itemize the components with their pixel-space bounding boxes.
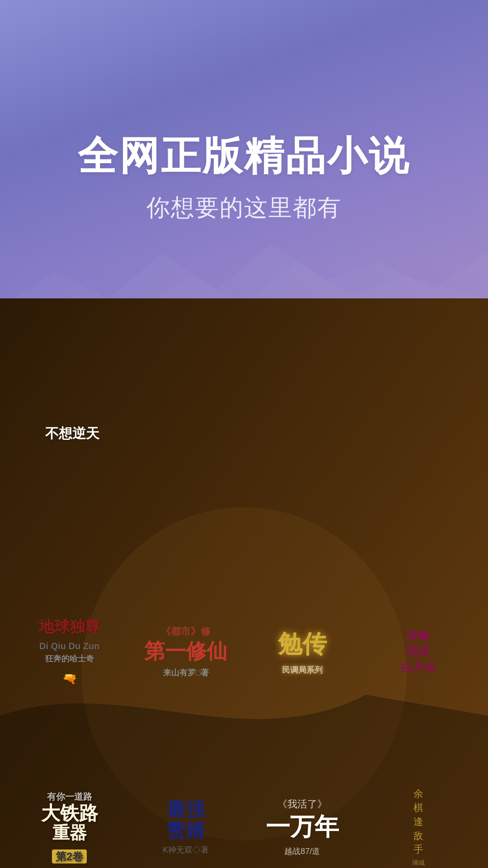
book-cover-8: 余 棋 逢 敌 手 璃城 bbox=[367, 759, 470, 868]
hero-subtitle: 你想要的这里都有 bbox=[146, 192, 342, 224]
list-item[interactable]: 余 棋 逢 敌 手 璃城 余生棋逢... bbox=[367, 759, 470, 868]
content-card: 精选 男频 女频 不想逆天 bbox=[0, 298, 488, 868]
book-7-cover-text: 《我活了》 一万年 越战87/道 bbox=[266, 798, 339, 857]
book-5-cover-text: 有你一道路 大铁路 重器 第2卷 bbox=[41, 791, 98, 864]
book-6-cover-text: 最强 赘婿 K神无双◇著 bbox=[163, 799, 209, 855]
book-2-cover-text: 《都市》修 第一修仙 来山有罗□著 bbox=[144, 625, 227, 679]
featured-cover-text: 不想逆天 bbox=[45, 424, 99, 443]
book-1-cover-text: 地球独尊 Di Qiu Du Zun 狂奔的哈士奇 🔫 bbox=[39, 617, 100, 687]
book-grid: 👑 地球独尊 Di Qiu Du Zun 狂奔的哈士奇 🔫 bbox=[0, 579, 488, 868]
hero-title: 全网正版精品小说 bbox=[78, 129, 410, 183]
book-3-cover-text: 勉传 民调局系列 bbox=[278, 628, 327, 675]
book-4-cover-text: 攻略 纯良 白月光 bbox=[401, 628, 436, 675]
book-8-cover-text: 余 棋 逢 敌 手 璃城 bbox=[412, 787, 425, 868]
